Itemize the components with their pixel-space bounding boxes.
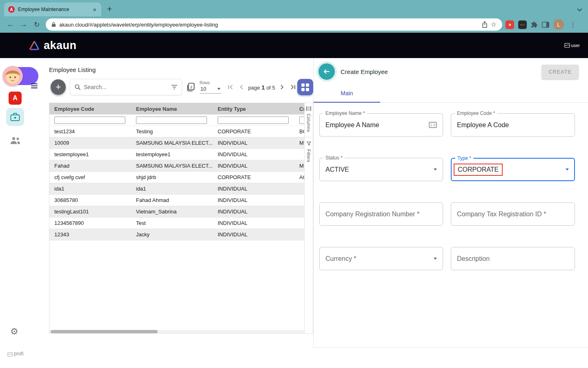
column-header-employee-name[interactable]: Employee Name <box>131 103 213 114</box>
table-row[interactable]: testingLast101Vietnam_SabrinaINDIVIDUAL <box>49 206 304 218</box>
create-form: Employee Name * Employee A Name Employee… <box>314 103 588 270</box>
employee-code-field[interactable]: Employee Code * Employee A Code <box>451 113 575 137</box>
table-row[interactable]: 30685780Fahad AhmadINDIVIDUAL <box>49 195 304 206</box>
last-page-button[interactable] <box>288 83 297 92</box>
browser-tab[interactable]: A Employee Maintenance × <box>4 2 101 16</box>
back-button[interactable] <box>318 63 335 80</box>
column-header-employee-code[interactable]: Employee Code <box>49 103 131 114</box>
svg-text:2: 2 <box>190 84 192 89</box>
filter-list-icon[interactable] <box>171 85 178 90</box>
table-row[interactable]: 1234567890TestINDIVIDUAL <box>49 218 304 229</box>
rows-label: Rows <box>200 81 221 85</box>
table-row[interactable]: cfj cvefg cvefshjd jdrbCORPORATEAC <box>49 172 304 183</box>
extensions-puzzle-icon[interactable] <box>531 21 538 28</box>
type-field[interactable]: Type * CORPORATE <box>451 158 575 181</box>
cell-name: Test <box>131 218 213 229</box>
horizontal-scrollbar[interactable] <box>49 330 304 333</box>
columns-toggle[interactable]: Columns <box>306 114 311 132</box>
user-avatar[interactable] <box>2 66 23 86</box>
company-registration-number-field[interactable]: Company Registration Number * <box>319 202 443 226</box>
table-row[interactable]: FahadSAMSUNG MALAYSIA ELECT...INDIVIDUAL… <box>49 160 304 172</box>
filter-input-entity-type[interactable] <box>218 117 289 124</box>
url-text: akaun.cloud/#/applets/wavelet/erp/entity… <box>59 22 479 28</box>
people-applet-icon[interactable] <box>10 137 21 144</box>
prev-page-button[interactable] <box>237 83 246 92</box>
cell-code: 12343 <box>49 229 131 240</box>
employee-code-value: Employee A Code <box>457 121 509 129</box>
scrollbar-thumb[interactable] <box>51 330 158 333</box>
first-page-button[interactable] <box>226 83 235 92</box>
description-field[interactable]: Description <box>451 247 575 270</box>
rows-per-page-select[interactable]: Rows 10 <box>200 81 221 94</box>
create-panel-header: Create Employee CREATE <box>314 58 588 81</box>
browser-menu-icon[interactable]: ⋮ <box>568 21 578 29</box>
search-box[interactable] <box>70 79 182 95</box>
column-header-entity-type[interactable]: Entity Type <box>213 103 294 114</box>
cell-cur: BO <box>294 126 304 137</box>
table-row[interactable]: 12343JackyINDIVIDUAL <box>49 229 304 240</box>
add-employee-button[interactable]: + <box>51 79 66 95</box>
cell-name: SAMSUNG MALAYSIA ELECT... <box>131 160 213 172</box>
cell-type: CORPORATE <box>213 172 294 183</box>
tab-search-chevron-icon[interactable] <box>577 8 582 11</box>
cell-type: INDIVIDUAL <box>213 206 294 218</box>
user-broken-image[interactable]: user <box>564 43 580 48</box>
employee-table-body: test1234TestingCORPORATEBO10009SAMSUNG M… <box>49 126 304 240</box>
employee-applet-icon-active[interactable] <box>6 108 24 126</box>
tab-close-icon[interactable]: × <box>92 7 97 13</box>
employee-name-field[interactable]: Employee Name * Employee A Name <box>319 113 443 137</box>
cell-cur <box>294 195 304 206</box>
back-icon[interactable]: ← <box>5 19 16 30</box>
currency-field[interactable]: Currency * <box>319 247 443 270</box>
column-header-currency[interactable]: Cu <box>294 103 304 114</box>
next-page-button[interactable] <box>278 83 287 92</box>
reload-icon[interactable]: ↻ <box>31 19 42 30</box>
browser-navbar: ← → ↻ akaun.cloud/#/applets/wavelet/erp/… <box>0 16 588 33</box>
drag-handle-icon <box>306 106 311 111</box>
new-tab-button[interactable]: + <box>107 4 112 13</box>
collapse-menu-icon[interactable] <box>31 82 38 90</box>
status-field[interactable]: Status * ACTIVE <box>319 158 443 181</box>
browser-profile-avatar[interactable]: L <box>553 19 564 30</box>
filters-toggle[interactable]: Filters <box>306 149 311 162</box>
side-panel-icon[interactable] <box>542 22 549 28</box>
cell-code: 1234567890 <box>49 218 131 229</box>
description-label: Description <box>457 255 490 263</box>
grid-view-button[interactable] <box>297 79 313 95</box>
tab-favicon-icon: A <box>8 6 15 13</box>
pages-view-icon[interactable]: 2 <box>186 83 196 92</box>
company-tax-registration-id-field[interactable]: Company Tax Registration ID * <box>451 202 575 226</box>
table-row[interactable]: 10009SAMSUNG MALAYSIA ELECT...INDIVIDUAL… <box>49 137 304 149</box>
cell-type: INDIVIDUAL <box>213 183 294 195</box>
cell-cur <box>294 218 304 229</box>
employee-table: Employee Code Employee Name Entity Type … <box>49 103 304 240</box>
red-extension-icon[interactable]: » <box>506 20 514 29</box>
listing-title: Employee Listing <box>49 58 313 73</box>
contact-card-icon[interactable] <box>429 122 437 128</box>
filter-input-currency[interactable] <box>299 117 304 124</box>
browser-tab-strip: A Employee Maintenance × + <box>0 0 588 16</box>
share-icon[interactable] <box>482 21 488 28</box>
url-bar[interactable]: akaun.cloud/#/applets/wavelet/erp/entity… <box>46 18 502 31</box>
tab-main[interactable]: Main <box>314 86 380 103</box>
table-row[interactable]: test1234TestingCORPORATEBO <box>49 126 304 137</box>
create-button[interactable]: CREATE <box>541 65 579 79</box>
pdf-applet-icon[interactable]: A <box>9 92 22 105</box>
dark-extension-icon[interactable]: ⋯ <box>518 20 527 29</box>
forward-icon[interactable]: → <box>18 19 29 30</box>
cell-type: INDIVIDUAL <box>213 218 294 229</box>
table-row[interactable]: testemployee1testemployee1INDIVIDUAL <box>49 149 304 160</box>
type-caret-icon <box>566 168 569 171</box>
table-row[interactable]: ida1ida1INDIVIDUAL <box>49 183 304 195</box>
filter-input-employee-code[interactable] <box>54 117 125 124</box>
bookmark-star-icon[interactable]: ☆ <box>491 21 497 28</box>
cell-code: 10009 <box>49 137 131 149</box>
cell-cur <box>294 206 304 218</box>
cell-code: Fahad <box>49 160 131 172</box>
filter-input-employee-name[interactable] <box>136 117 207 124</box>
listing-toolbar: + 2 Rows 10 <box>49 79 313 95</box>
akaun-logo: akaun <box>29 39 77 52</box>
column-filter-row <box>49 114 304 126</box>
search-input[interactable] <box>84 84 168 90</box>
settings-gear-icon[interactable]: ⚙ <box>10 327 18 336</box>
